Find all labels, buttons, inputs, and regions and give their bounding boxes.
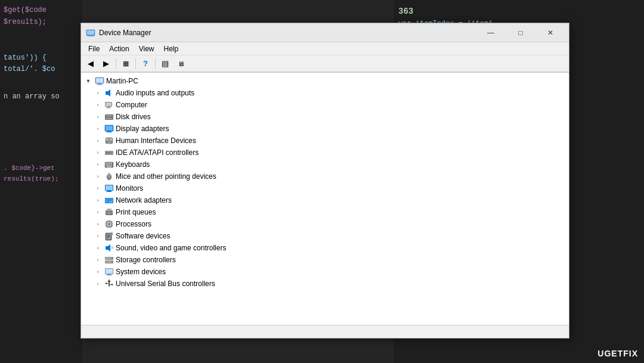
expand-icon: › [93, 184, 103, 193]
tree-item-ide[interactable]: › IDE ATA/ATAPI controllers [81, 147, 569, 159]
menu-view[interactable]: View [134, 44, 159, 54]
software-label: Software devices [116, 232, 170, 240]
code-line: n an array so [4, 91, 79, 103]
ugetfix-badge: UGETFIX [597, 349, 638, 358]
svg-rect-68 [110, 220, 110, 221]
svg-point-17 [111, 116, 113, 118]
tree-item-sound[interactable]: › )) Sound, video and game controllers [81, 242, 569, 254]
toolbar: ◀ ▶ ▦ ? ▤ 🖥 [81, 55, 569, 72]
svg-rect-64 [105, 225, 106, 225]
expand-icon: › [93, 243, 103, 253]
svg-rect-48 [107, 191, 111, 191]
computer-icon [95, 76, 104, 86]
svg-point-82 [112, 258, 113, 259]
svg-rect-37 [111, 163, 112, 164]
svg-rect-63 [105, 223, 106, 224]
tree-item-monitors[interactable]: › Monitors [81, 182, 569, 194]
svg-rect-6 [98, 83, 101, 85]
close-button[interactable]: ✕ [537, 24, 564, 41]
expand-icon: › [93, 219, 103, 229]
toolbar-separator-2 [135, 58, 136, 69]
svg-rect-2 [88, 35, 93, 36]
network-label: Network adapters [116, 196, 172, 204]
svg-rect-32 [112, 152, 112, 154]
expand-icon: › [93, 207, 103, 217]
device-manager-window: Device Manager — □ ✕ File Action View He… [80, 23, 569, 339]
ide-label: IDE ATA/ATAPI controllers [116, 148, 199, 157]
svg-rect-40 [109, 165, 110, 166]
svg-rect-20 [106, 126, 113, 131]
tree-root-item[interactable]: ▼ Martin-PC [81, 75, 569, 87]
svg-rect-42 [107, 166, 112, 167]
tree-item-computer[interactable]: › Computer [81, 99, 569, 111]
svg-rect-59 [111, 212, 112, 213]
tree-item-hid[interactable]: › Human Interface Devices [81, 135, 569, 147]
menu-action[interactable]: Action [104, 44, 134, 54]
view-button[interactable]: ▤ [158, 57, 172, 70]
code-line: tatus')) { [4, 52, 79, 64]
toolbar-separator-1 [116, 58, 116, 69]
svg-marker-78 [108, 244, 110, 252]
expand-icon: › [93, 267, 103, 277]
maximize-button[interactable]: □ [507, 24, 534, 41]
monitors-label: Monitors [116, 184, 143, 193]
tree-item-usb[interactable]: › Universal Serial Bus controllers [81, 278, 569, 290]
hid-icon [104, 136, 114, 145]
forward-button[interactable]: ▶ [99, 57, 113, 70]
hid-label: Human Interface Devices [116, 136, 196, 145]
expand-icon: › [93, 136, 103, 145]
processors-label: Processors [116, 220, 151, 228]
svg-rect-66 [112, 225, 113, 225]
svg-marker-9 [108, 89, 110, 97]
svg-rect-76 [110, 232, 113, 235]
tree-item-disk[interactable]: › Disk drives [81, 111, 569, 123]
back-button[interactable]: ◀ [83, 57, 98, 70]
svg-rect-54 [106, 201, 110, 202]
title-bar-controls: — □ ✕ [477, 24, 564, 41]
toolbar-separator-3 [155, 58, 156, 69]
expand-icon: › [93, 88, 103, 98]
tree-item-mouse[interactable]: › Mice and other pointing devices [81, 170, 569, 182]
expand-icon: › [93, 279, 103, 288]
svg-rect-70 [110, 227, 110, 228]
tree-item-software[interactable]: › Software devices [81, 230, 569, 242]
svg-rect-18 [106, 117, 110, 118]
tree-item-display[interactable]: › Display adapters [81, 123, 569, 135]
svg-rect-74 [107, 236, 110, 237]
properties-button[interactable]: 🖥 [174, 57, 188, 70]
expand-icon: › [93, 255, 103, 265]
menu-help[interactable]: Help [159, 44, 184, 54]
window-icon [86, 28, 95, 38]
tree-item-audio[interactable]: › ♪ Audio inputs and outputs [81, 87, 569, 99]
disk-label: Disk drives [116, 113, 151, 121]
computer-icon [104, 100, 114, 110]
svg-rect-73 [107, 235, 110, 235]
tree-item-keyboard[interactable]: › Keyboards [81, 159, 569, 170]
svg-rect-49 [106, 191, 112, 192]
show-hide-button[interactable]: ▦ [119, 57, 133, 70]
print-icon [104, 207, 114, 217]
help-button[interactable]: ? [138, 57, 153, 70]
system-label: System devices [116, 268, 166, 276]
svg-rect-29 [106, 152, 107, 154]
menu-file[interactable]: File [83, 44, 104, 54]
audio-label: Audio inputs and outputs [116, 89, 194, 97]
network-icon [104, 196, 114, 205]
system-icon [104, 267, 114, 277]
status-bar [81, 325, 569, 338]
expand-icon: › [93, 100, 103, 110]
minimize-button[interactable]: — [477, 24, 504, 41]
storage-icon [104, 255, 114, 265]
svg-rect-87 [106, 269, 113, 274]
svg-rect-30 [108, 152, 109, 154]
tree-item-processors[interactable]: › Processors [81, 218, 569, 230]
storage-label: Storage controllers [116, 256, 176, 264]
svg-rect-24 [106, 138, 109, 141]
tree-item-print[interactable]: › Print queues [81, 206, 569, 218]
processor-icon [104, 219, 114, 229]
tree-item-system[interactable]: › System devices [81, 266, 569, 278]
expand-icon: ▼ [83, 76, 93, 86]
tree-item-network[interactable]: › Network adapters [81, 194, 569, 206]
tree-item-storage[interactable]: › Storage controllers [81, 254, 569, 266]
svg-rect-39 [107, 165, 109, 166]
